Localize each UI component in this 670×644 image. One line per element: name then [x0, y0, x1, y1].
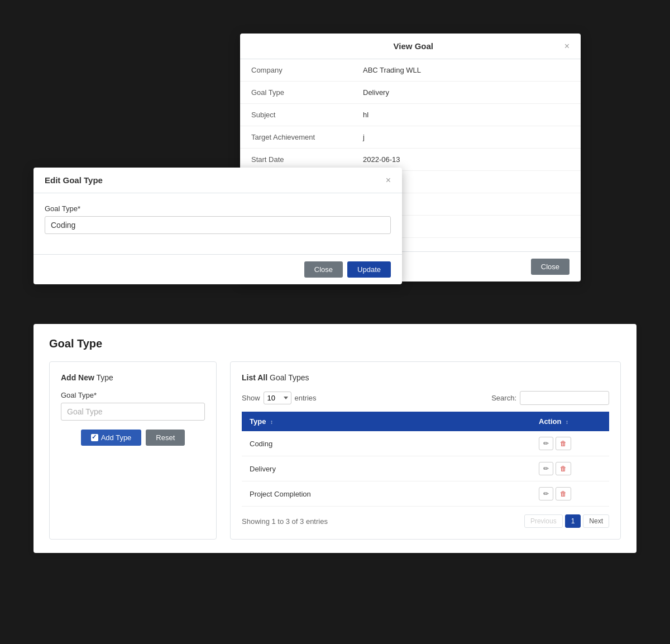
entries-select[interactable]: 10 25 50 100 [264, 392, 291, 404]
row-type-delivery: Delivery [242, 456, 531, 481]
main-panel: Goal Type Add New Type Goal Type* ✓ Add … [34, 324, 636, 553]
page-title: Goal Type [49, 337, 621, 350]
view-goal-close-button[interactable]: Close [531, 259, 570, 275]
add-card-title-strong: Add New [61, 373, 94, 382]
search-label: Search: [491, 394, 516, 402]
add-type-button-label: Add Type [101, 433, 132, 442]
action-btns-projectcompletion: ✏ 🗑 [539, 487, 601, 500]
reset-button[interactable]: Reset [146, 430, 185, 446]
list-card-title-strong: List All [242, 373, 267, 382]
edit-coding-button[interactable]: ✏ [539, 437, 553, 450]
show-entries: Show 10 25 50 100 entries [242, 392, 317, 404]
startdate-label: Start Date [251, 155, 363, 164]
edit-projectcompletion-button[interactable]: ✏ [539, 487, 553, 500]
column-type: Type ↕ [242, 412, 531, 431]
row-actions-delivery: ✏ 🗑 [531, 456, 609, 481]
show-label: Show [242, 394, 260, 402]
row-actions-coding: ✏ 🗑 [531, 431, 609, 456]
subject-label: Subject [251, 111, 363, 119]
table-header-row: Type ↕ Action ↕ [242, 412, 609, 431]
action-btns-delivery: ✏ 🗑 [539, 462, 601, 475]
edit-goal-type-label: Goal Type* [45, 204, 391, 213]
view-goal-title: View Goal [262, 41, 564, 51]
search-control: Search: [491, 391, 609, 405]
add-type-input[interactable] [61, 403, 205, 421]
view-goal-close-x[interactable]: × [564, 42, 570, 51]
view-goal-row-goaltype: Goal Type Delivery [240, 82, 581, 104]
edit-goal-type-group: Goal Type* [45, 204, 391, 234]
target-label: Target Achievement [251, 133, 363, 141]
company-label: Company [251, 66, 363, 74]
target-value: j [363, 133, 570, 141]
row-type-coding: Coding [242, 431, 531, 456]
previous-page-button[interactable]: Previous [524, 514, 563, 528]
table-row: Coding ✏ 🗑 [242, 431, 609, 456]
delete-delivery-button[interactable]: 🗑 [556, 462, 571, 475]
table-controls: Show 10 25 50 100 entries Search: [242, 391, 609, 405]
edit-goal-title: Edit Goal Type [45, 175, 103, 185]
add-card-title-suffix: Type [94, 373, 113, 382]
action-btns-coding: ✏ 🗑 [539, 437, 601, 450]
type-sort-icon[interactable]: ↕ [270, 419, 273, 425]
edit-goal-type-input[interactable] [45, 216, 391, 234]
checkbox-icon: ✓ [91, 434, 98, 441]
delete-projectcompletion-button[interactable]: 🗑 [556, 487, 571, 500]
edit-update-button[interactable]: Update [347, 261, 391, 278]
goaltype-label: Goal Type [251, 88, 363, 97]
view-goal-row-subject: Subject hl [240, 104, 581, 126]
company-value: ABC Trading WLL [363, 66, 570, 74]
row-actions-projectcompletion: ✏ 🗑 [531, 481, 609, 507]
list-card: List All Goal Types Show 10 25 50 100 en… [230, 361, 621, 540]
list-card-title-suffix: Goal Types [267, 373, 309, 382]
pagination: Previous 1 Next [524, 514, 609, 528]
list-card-title: List All Goal Types [242, 373, 609, 382]
startdate-value: 2022-06-13 [363, 155, 570, 164]
goal-types-table: Type ↕ Action ↕ Coding [242, 412, 609, 507]
search-input[interactable] [520, 391, 609, 405]
add-card-title: Add New Type [61, 373, 205, 382]
page-1-button[interactable]: 1 [565, 514, 581, 528]
table-body: Coding ✏ 🗑 Delivery ✏ [242, 431, 609, 507]
action-sort-icon[interactable]: ↕ [566, 419, 568, 425]
edit-close-button[interactable]: Close [304, 261, 343, 278]
table-footer: Showing 1 to 3 of 3 entries Previous 1 N… [242, 514, 609, 528]
edit-goal-close-x[interactable]: × [386, 176, 391, 185]
subject-value: hl [363, 111, 570, 119]
row-type-projectcompletion: Project Completion [242, 481, 531, 507]
edit-goal-header: Edit Goal Type × [34, 168, 402, 193]
table-row: Delivery ✏ 🗑 [242, 456, 609, 481]
add-type-card: Add New Type Goal Type* ✓ Add Type Reset [49, 361, 217, 540]
add-type-label: Goal Type* [61, 391, 205, 399]
edit-goal-footer: Close Update [34, 254, 402, 284]
view-goal-row-company: Company ABC Trading WLL [240, 59, 581, 82]
panel-content: Add New Type Goal Type* ✓ Add Type Reset… [49, 361, 621, 540]
add-type-button[interactable]: ✓ Add Type [81, 430, 142, 446]
column-action: Action ↕ [531, 412, 609, 431]
view-goal-row-target: Target Achievement j [240, 126, 581, 149]
goaltype-value: Delivery [363, 88, 570, 97]
edit-delivery-button[interactable]: ✏ [539, 462, 553, 475]
view-goal-modal-header: View Goal × [240, 34, 581, 59]
add-type-group: Goal Type* [61, 391, 205, 421]
entries-label: entries [295, 394, 317, 402]
edit-goal-modal: Edit Goal Type × Goal Type* Close Update [34, 168, 402, 284]
delete-coding-button[interactable]: 🗑 [556, 437, 571, 450]
add-card-buttons: ✓ Add Type Reset [61, 430, 205, 446]
table-row: Project Completion ✏ 🗑 [242, 481, 609, 507]
next-page-button[interactable]: Next [583, 514, 609, 528]
footer-text: Showing 1 to 3 of 3 entries [242, 517, 328, 526]
edit-goal-body: Goal Type* [34, 193, 402, 254]
